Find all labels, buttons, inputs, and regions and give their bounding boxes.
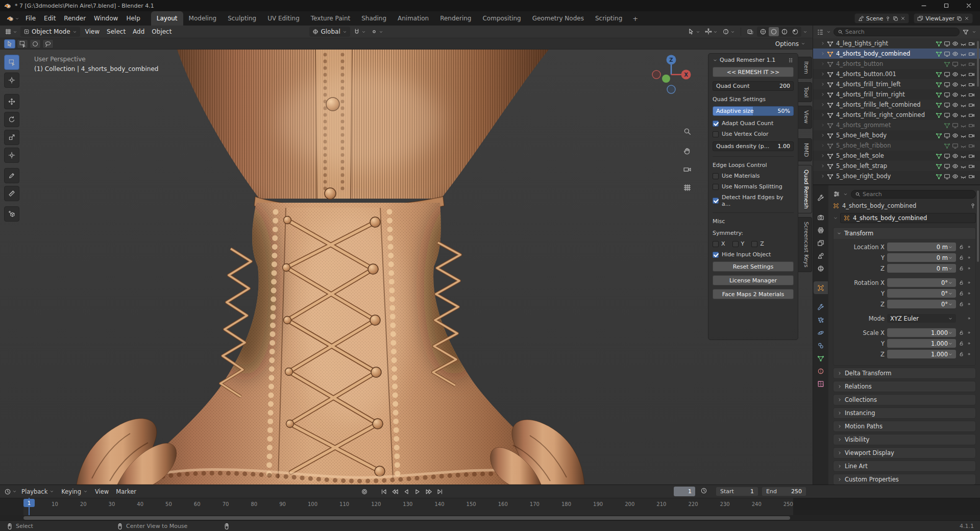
current-frame-field[interactable]: 1 xyxy=(674,487,695,496)
camera-icon[interactable] xyxy=(968,153,975,159)
sidebar-tab[interactable]: View xyxy=(798,106,812,128)
eye-closed-icon[interactable] xyxy=(960,122,967,129)
eye-icon[interactable] xyxy=(952,132,959,139)
measure-tool-button[interactable] xyxy=(4,186,19,201)
animate-dot-icon[interactable] xyxy=(967,330,971,335)
expand-arrow-icon[interactable] xyxy=(820,123,825,128)
workspace-tab[interactable]: Shading xyxy=(356,11,392,26)
object-name[interactable]: 4_shorts_frill_trim_left xyxy=(836,81,934,88)
select-mode-lasso-button[interactable] xyxy=(42,39,54,49)
play-reverse-button[interactable] xyxy=(401,487,411,496)
minimize-button[interactable] xyxy=(913,0,935,11)
move-tool-button[interactable] xyxy=(4,94,19,109)
chevron-down-icon[interactable] xyxy=(843,192,848,197)
eye-closed-icon[interactable] xyxy=(960,173,967,180)
timeline-menu-item[interactable]: Keying xyxy=(58,487,91,497)
adapt-quad-count-checkbox[interactable]: Adapt Quad Count xyxy=(713,120,794,127)
value-field[interactable]: 0 m xyxy=(887,253,956,262)
timeline-menu-item[interactable]: View xyxy=(91,487,112,497)
properties-search-input[interactable] xyxy=(863,191,972,198)
collapse-arrow-icon[interactable] xyxy=(713,58,718,63)
eye-closed-icon[interactable] xyxy=(960,71,967,78)
animate-dot-icon[interactable] xyxy=(967,266,971,271)
transform-panel-header[interactable]: Transform xyxy=(834,228,975,239)
eye-icon[interactable] xyxy=(952,51,959,57)
properties-tab-texture[interactable] xyxy=(814,377,828,390)
timeline-scrollbar-handle[interactable] xyxy=(23,516,790,520)
menu-item[interactable]: Render xyxy=(60,13,90,24)
checkbox[interactable] xyxy=(713,131,719,137)
editor-type-button[interactable] xyxy=(3,27,19,37)
camera-icon[interactable] xyxy=(968,102,975,108)
lock-open-icon[interactable] xyxy=(959,291,964,296)
eye-icon[interactable] xyxy=(952,91,959,98)
eye-icon[interactable] xyxy=(952,173,959,180)
use-materials-checkbox[interactable]: Use Materials xyxy=(713,173,794,179)
workspace-tab[interactable]: Compositing xyxy=(477,11,526,26)
adaptive-size-slider[interactable]: Adaptive size50% xyxy=(713,106,794,116)
lock-open-icon[interactable] xyxy=(959,301,964,307)
sidebar-tab[interactable]: Screencast Keys xyxy=(798,217,812,272)
screen-icon[interactable] xyxy=(952,142,959,149)
properties-search[interactable] xyxy=(851,190,976,199)
breadcrumb-label[interactable]: 4_shorts_body_combined xyxy=(842,202,916,209)
eye-closed-icon[interactable] xyxy=(960,102,967,108)
object-name[interactable]: 4_shorts_button.001 xyxy=(836,70,934,78)
object-name[interactable]: 5_shoe_left_strap xyxy=(836,162,934,170)
collapsed-panel[interactable]: Line Art xyxy=(833,461,976,472)
outliner-scrollbar[interactable] xyxy=(977,41,979,87)
collapsed-panel[interactable]: Delta Transform xyxy=(833,368,976,379)
quad-count-field[interactable]: Quad Count200 xyxy=(713,81,794,91)
viewport-menu-item[interactable]: Select xyxy=(103,27,129,37)
camera-view-icon[interactable] xyxy=(681,163,693,175)
expand-arrow-icon[interactable] xyxy=(820,61,825,66)
outliner-search[interactable] xyxy=(834,28,960,36)
options-dropdown[interactable]: Options xyxy=(775,40,808,47)
animate-dot-icon[interactable] xyxy=(967,302,971,306)
workspace-tab[interactable]: Texture Paint xyxy=(305,11,356,26)
properties-tab-data[interactable] xyxy=(814,352,828,365)
selectability-dropdown[interactable] xyxy=(686,27,702,37)
outliner-editor-icon[interactable] xyxy=(817,29,824,36)
snap-dropdown[interactable] xyxy=(352,27,368,37)
collapsed-panel[interactable]: Viewport Display xyxy=(833,447,976,458)
eye-icon[interactable] xyxy=(952,40,959,47)
object-name[interactable]: 4_shorts_grommet xyxy=(836,122,942,129)
viewport-menu-item[interactable]: Object xyxy=(148,27,175,37)
camera-icon[interactable] xyxy=(968,51,975,57)
drag-grip-icon[interactable] xyxy=(788,57,794,63)
properties-tab-physics[interactable] xyxy=(814,326,828,339)
gizmos-dropdown[interactable] xyxy=(703,27,719,37)
eye-closed-icon[interactable] xyxy=(960,112,967,118)
checkbox[interactable] xyxy=(713,252,719,258)
annotate-tool-button[interactable] xyxy=(4,168,19,183)
sidebar-tab[interactable]: Quad Remesh xyxy=(798,165,812,213)
remesh-it-button[interactable]: << REMESH IT >> xyxy=(713,67,794,77)
camera-icon[interactable] xyxy=(968,112,975,118)
scale-tool-button[interactable] xyxy=(4,130,19,145)
rotate-tool-button[interactable] xyxy=(4,112,19,127)
animate-dot-icon[interactable] xyxy=(967,291,971,296)
object-name[interactable]: 4_leg_tights_right xyxy=(836,40,934,47)
eye-icon[interactable] xyxy=(952,153,959,159)
expand-arrow-icon[interactable] xyxy=(820,143,825,148)
expand-arrow-icon[interactable] xyxy=(820,71,825,77)
use-vertex-color-checkbox[interactable]: Use Vertex Color xyxy=(713,131,794,137)
properties-tab-output[interactable] xyxy=(814,224,828,236)
symmetry-axis-checkbox[interactable]: Z xyxy=(751,240,764,247)
jump-to-start-button[interactable] xyxy=(379,487,389,496)
camera-icon[interactable] xyxy=(968,132,975,139)
workspace-tab[interactable]: Layout xyxy=(151,11,183,26)
detect-hard-edges-checkbox[interactable]: Detect Hard Edges by a... xyxy=(713,194,794,207)
camera-icon[interactable] xyxy=(968,163,975,170)
object-name[interactable]: 4_shorts_frills_right_combined xyxy=(836,111,934,118)
checkbox[interactable] xyxy=(713,198,719,204)
lock-open-icon[interactable] xyxy=(959,244,964,250)
collapsed-panel[interactable]: Motion Paths xyxy=(833,421,976,432)
workspace-tab[interactable]: UV Editing xyxy=(262,11,305,26)
lock-open-icon[interactable] xyxy=(959,330,964,335)
animate-dot-icon[interactable] xyxy=(967,245,971,249)
playhead-frame-badge[interactable]: 1 xyxy=(23,499,35,507)
expand-arrow-icon[interactable] xyxy=(820,41,825,46)
value-field[interactable]: 0° xyxy=(887,300,956,308)
